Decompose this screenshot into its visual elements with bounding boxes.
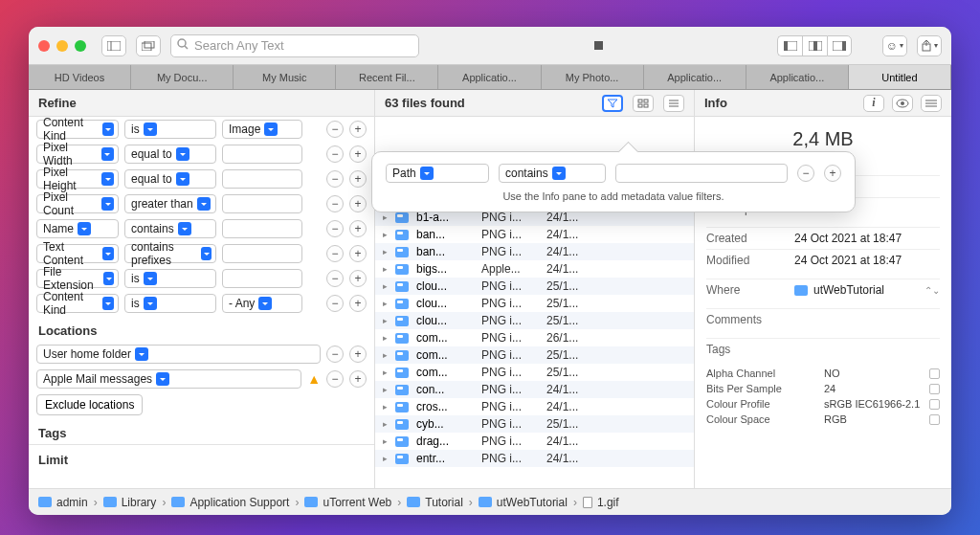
file-row[interactable]: ▸clou...PNG i...25/1... xyxy=(375,278,694,295)
refine-value-select[interactable]: - Any xyxy=(222,294,302,313)
add-rule-button[interactable]: + xyxy=(349,170,367,188)
remove-rule-button[interactable]: − xyxy=(326,295,344,312)
add-location-button[interactable]: + xyxy=(349,346,367,363)
share-button[interactable]: ▾ xyxy=(917,35,942,56)
stop-button[interactable] xyxy=(589,35,608,56)
popover-value-input[interactable] xyxy=(615,164,788,183)
popover-field-select[interactable]: Path xyxy=(386,164,489,183)
refine-field-select[interactable]: Content Kind xyxy=(36,120,119,139)
filter-view-button[interactable] xyxy=(602,95,623,112)
add-rule-button[interactable]: + xyxy=(349,145,367,163)
remove-location-button[interactable]: − xyxy=(326,346,344,363)
layout-mid-button[interactable] xyxy=(802,35,827,56)
remove-rule-button[interactable]: − xyxy=(326,220,344,237)
remove-location-button[interactable]: − xyxy=(326,370,344,388)
add-rule-button[interactable]: + xyxy=(349,270,367,287)
remove-rule-button[interactable]: − xyxy=(326,121,344,138)
prop-checkbox[interactable] xyxy=(929,368,940,379)
location-select[interactable]: User home folder xyxy=(36,345,321,364)
layout-left-button[interactable] xyxy=(777,35,802,56)
file-row[interactable]: ▸com...PNG i...26/1... xyxy=(375,329,694,346)
file-row[interactable]: ▸clou...PNG i...25/1... xyxy=(375,295,694,312)
tab[interactable]: My Docu... xyxy=(131,65,234,89)
refine-value-input[interactable] xyxy=(222,145,302,164)
add-rule-button[interactable]: + xyxy=(349,121,367,138)
refine-value-input[interactable] xyxy=(222,269,302,288)
close-window-button[interactable] xyxy=(38,40,50,52)
refine-value-input[interactable] xyxy=(222,194,302,213)
remove-rule-button[interactable]: − xyxy=(326,245,344,262)
breadcrumb-item[interactable]: Library xyxy=(103,496,157,509)
popover-remove-button[interactable]: − xyxy=(797,165,814,182)
exclude-locations-button[interactable]: Exclude locations xyxy=(36,394,143,415)
breadcrumb-item[interactable]: Tutorial xyxy=(407,496,463,509)
grid-view-button[interactable] xyxy=(633,95,654,112)
file-row[interactable]: ▸ban...PNG i...24/1... xyxy=(375,243,694,260)
refine-field-select[interactable]: Pixel Count xyxy=(36,194,119,213)
refine-op-select[interactable]: is xyxy=(124,294,216,313)
tab[interactable]: Applicatio... xyxy=(438,65,541,89)
remove-rule-button[interactable]: − xyxy=(326,170,344,188)
refine-value-input[interactable] xyxy=(222,219,302,238)
tab[interactable]: Applicatio... xyxy=(644,65,746,89)
prop-checkbox[interactable] xyxy=(929,384,940,394)
tab[interactable]: Untitled xyxy=(849,65,951,89)
refine-op-select[interactable]: equal to xyxy=(124,169,216,189)
file-row[interactable]: ▸cros...PNG i...24/1... xyxy=(375,398,694,415)
refine-op-select[interactable]: contains prefixes xyxy=(124,244,216,263)
layout-right-button[interactable] xyxy=(827,35,852,56)
add-location-button[interactable]: + xyxy=(349,370,367,388)
file-row[interactable]: ▸com...PNG i...25/1... xyxy=(375,364,694,381)
list-view-button[interactable] xyxy=(663,95,684,112)
refine-field-select[interactable]: Content Kind xyxy=(36,294,119,313)
file-row[interactable]: ▸cyb...PNG i...25/1... xyxy=(375,415,694,433)
add-rule-button[interactable]: + xyxy=(349,220,367,237)
refine-value-input[interactable] xyxy=(222,169,302,189)
tab[interactable]: My Photo... xyxy=(542,65,644,89)
popover-add-button[interactable]: + xyxy=(824,165,841,182)
refine-value-select[interactable]: Image xyxy=(222,120,302,139)
refine-op-select[interactable]: contains xyxy=(124,219,216,238)
tab[interactable]: HD Videos xyxy=(29,65,131,89)
prop-checkbox[interactable] xyxy=(929,414,940,425)
preview-tab-button[interactable] xyxy=(892,95,913,112)
zoom-window-button[interactable] xyxy=(75,40,86,52)
file-row[interactable]: ▸com...PNG i...25/1... xyxy=(375,346,694,364)
where-value[interactable]: utWebTutorial ⌃⌄ xyxy=(794,283,940,297)
info-tab-button[interactable]: i xyxy=(863,95,884,112)
file-row[interactable]: ▸entr...PNG i...24/1... xyxy=(375,450,694,467)
refine-op-select[interactable]: is xyxy=(124,269,216,288)
file-row[interactable]: ▸drag...PNG i...24/1... xyxy=(375,433,694,450)
popover-op-select[interactable]: contains xyxy=(499,164,606,183)
remove-rule-button[interactable]: − xyxy=(326,270,344,287)
refine-field-select[interactable]: Pixel Height xyxy=(36,169,119,189)
file-row[interactable]: ▸clou...PNG i...25/1... xyxy=(375,312,694,329)
location-select[interactable]: Apple Mail messages xyxy=(36,369,301,389)
breadcrumb-item[interactable]: 1.gif xyxy=(583,496,619,509)
refine-value-input[interactable] xyxy=(222,244,302,263)
refine-field-select[interactable]: Name xyxy=(36,219,119,238)
breadcrumb-item[interactable]: Application Support xyxy=(171,496,289,509)
tab[interactable]: Recent Fil... xyxy=(336,65,438,89)
new-window-button[interactable] xyxy=(136,35,161,56)
breadcrumb-item[interactable]: admin xyxy=(38,496,88,509)
prop-checkbox[interactable] xyxy=(929,399,940,410)
file-row[interactable]: ▸bigs...Apple...24/1... xyxy=(375,260,694,278)
file-row[interactable]: ▸con...PNG i...24/1... xyxy=(375,381,694,398)
file-row[interactable]: ▸ban...PNG i...24/1... xyxy=(375,226,694,243)
sidebar-toggle-button[interactable] xyxy=(101,35,126,56)
refine-field-select[interactable]: File Extension xyxy=(36,269,119,288)
refine-field-select[interactable]: Text Content xyxy=(36,244,119,263)
refine-op-select[interactable]: greater than xyxy=(124,194,216,213)
add-rule-button[interactable]: + xyxy=(349,245,367,262)
add-rule-button[interactable]: + xyxy=(349,295,367,312)
search-field[interactable]: Search Any Text xyxy=(170,34,419,57)
refine-field-select[interactable]: Pixel Width xyxy=(36,145,119,164)
tab[interactable]: My Music xyxy=(234,65,336,89)
outline-tab-button[interactable] xyxy=(921,95,942,112)
minimize-window-button[interactable] xyxy=(56,40,68,52)
view-menu-button[interactable]: ☺▾ xyxy=(882,35,907,56)
breadcrumb-item[interactable]: uTorrent Web xyxy=(304,496,391,509)
remove-rule-button[interactable]: − xyxy=(326,195,344,212)
refine-op-select[interactable]: is xyxy=(124,120,216,139)
